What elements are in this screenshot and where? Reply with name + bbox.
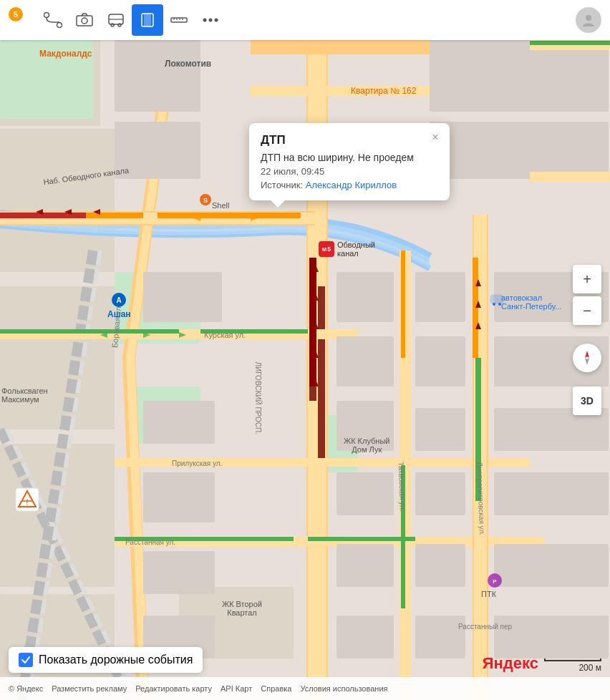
svg-rect-34 (401, 465, 405, 608)
map-background (0, 0, 610, 700)
svg-rect-66 (415, 472, 465, 515)
svg-rect-31 (115, 537, 294, 541)
svg-rect-59 (337, 401, 394, 451)
svg-rect-89 (77, 16, 92, 26)
popup-source-author[interactable]: Александр Кириллов (306, 180, 397, 190)
show-events-label: Показать дорожные события (39, 653, 193, 666)
svg-rect-67 (415, 544, 465, 587)
show-events-checkbox[interactable] (19, 653, 33, 667)
zoom-in-button[interactable]: + (573, 265, 601, 293)
svg-rect-18 (318, 286, 325, 465)
svg-rect-33 (475, 358, 481, 501)
svg-point-90 (82, 18, 87, 24)
svg-point-105 (586, 15, 591, 21)
scale-bar-line (544, 658, 601, 661)
btn-3d[interactable]: 3D (573, 387, 601, 415)
copyright: © Яндекс (9, 684, 43, 693)
svg-rect-54 (143, 472, 215, 522)
svg-rect-3 (0, 286, 115, 429)
popup-source: Источник: Александр Кириллов (261, 180, 438, 190)
svg-rect-2 (0, 129, 115, 272)
checkbox-check-icon (21, 655, 31, 665)
footer-api-link[interactable]: API Карт (221, 684, 252, 693)
svg-point-87 (44, 13, 49, 18)
svg-rect-78 (115, 122, 200, 179)
svg-rect-22 (115, 458, 530, 467)
yandex-logo: Яндекс (483, 654, 538, 673)
ruler-icon (170, 12, 188, 28)
svg-rect-37 (401, 251, 405, 358)
svg-rect-72 (494, 472, 609, 515)
svg-rect-76 (430, 122, 609, 179)
routes-icon (44, 12, 62, 28)
svg-rect-65 (415, 408, 465, 451)
svg-rect-32 (308, 537, 415, 541)
svg-point-103 (209, 19, 213, 22)
popup-description: ДТП на всю ширину. Не проедем (261, 152, 438, 163)
scale-bar: 200 м (544, 658, 601, 673)
profile-button[interactable] (573, 4, 604, 36)
zoom-out-button[interactable]: − (573, 296, 601, 325)
toolbar: 5 (0, 0, 610, 40)
svg-point-93 (118, 24, 121, 26)
footer-help-link[interactable]: Справка (261, 684, 291, 693)
routes-button[interactable]: 5 (6, 4, 37, 36)
bus-icon (107, 12, 125, 28)
ruler-button[interactable] (163, 4, 195, 36)
more-button[interactable] (195, 4, 226, 36)
svg-rect-74 (494, 616, 609, 658)
map-container[interactable]: 5 (0, 0, 610, 700)
footer-terms-link[interactable]: Условия использования (300, 684, 387, 693)
camera-icon (75, 12, 94, 28)
svg-rect-53 (143, 401, 215, 444)
map-controls: + − (573, 265, 601, 325)
scale-bar-label: 200 м (578, 663, 601, 673)
bookmark-icon (140, 12, 155, 28)
svg-rect-6 (0, 40, 93, 119)
compass-button[interactable] (573, 344, 601, 372)
svg-rect-55 (143, 551, 215, 594)
footer-ad-link[interactable]: Разместить рекламу (52, 684, 127, 693)
svg-rect-62 (337, 616, 394, 658)
compass-icon (578, 349, 596, 366)
svg-rect-52 (143, 272, 222, 322)
svg-point-104 (215, 19, 218, 22)
bus-button[interactable] (100, 4, 132, 36)
svg-marker-120 (585, 358, 589, 365)
svg-rect-36 (158, 213, 301, 218)
footer-edit-link[interactable]: Редактировать карту (135, 684, 212, 693)
svg-rect-63 (415, 272, 465, 322)
svg-rect-60 (337, 472, 394, 515)
popup-title: ДТП (261, 133, 438, 147)
bookmark-button[interactable] (132, 4, 163, 36)
popup-date: 22 июля, 09:45 (261, 166, 438, 177)
svg-rect-61 (337, 544, 394, 587)
svg-rect-75 (430, 40, 609, 112)
svg-point-102 (203, 19, 207, 22)
svg-point-92 (111, 24, 114, 26)
svg-rect-81 (530, 41, 610, 45)
svg-rect-57 (337, 272, 394, 322)
popup-triangle (271, 200, 285, 208)
svg-rect-68 (415, 616, 465, 658)
more-icon (202, 17, 219, 23)
svg-rect-73 (494, 544, 609, 587)
popup-close-button[interactable]: × (428, 130, 442, 145)
badge-count: 5 (9, 7, 23, 21)
footer-bar: © Яндекс Разместить рекламу Редактироват… (0, 677, 610, 700)
svg-rect-64 (415, 336, 465, 387)
routes-icon-button[interactable] (37, 4, 69, 36)
svg-rect-97 (171, 18, 187, 22)
svg-marker-119 (585, 351, 589, 358)
svg-rect-80 (530, 172, 610, 182)
dtp-popup: × ДТП ДТП на всю ширину. Не проедем 22 и… (249, 123, 450, 200)
camera-button[interactable] (69, 4, 100, 36)
avatar (576, 7, 601, 33)
svg-rect-58 (337, 336, 394, 387)
svg-rect-30 (200, 329, 308, 334)
svg-rect-77 (115, 40, 200, 112)
svg-rect-96 (144, 14, 151, 26)
svg-rect-29 (0, 329, 179, 334)
show-events-bar[interactable]: Показать дорожные события (9, 647, 203, 673)
svg-rect-40 (309, 258, 316, 387)
